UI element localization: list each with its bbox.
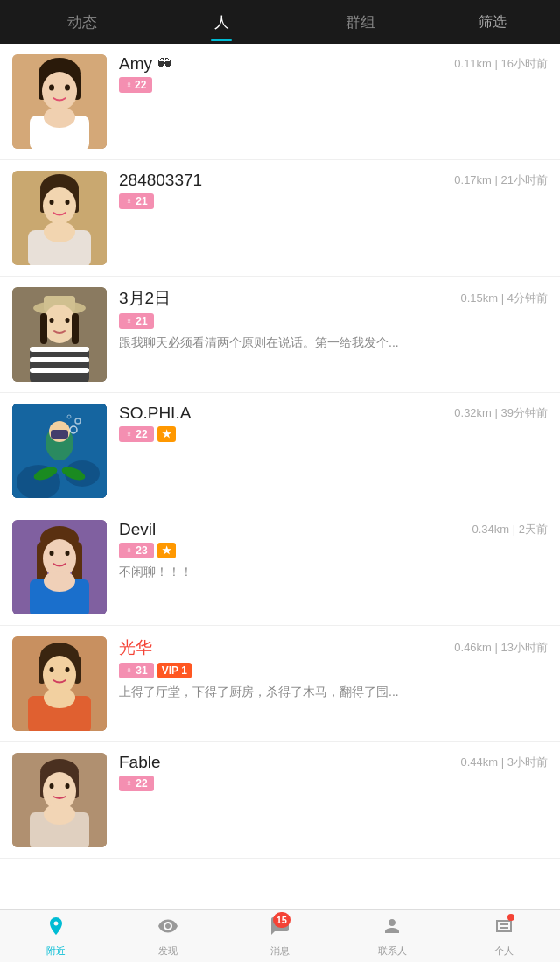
location-icon: [46, 916, 66, 942]
level-badge: ♀ 22: [119, 426, 154, 442]
nav-item-nearby[interactable]: 附近: [0, 910, 112, 963]
svg-point-20: [44, 221, 75, 242]
user-name-row: 光华: [119, 636, 152, 659]
user-meta: 0.11km | 16小时前: [454, 56, 548, 72]
svg-point-27: [50, 318, 54, 323]
user-name-row: 284803371: [119, 171, 202, 190]
user-info: Devil 0.34km | 2天前 ♀ 23 ★ 不闲聊！！！: [119, 520, 548, 581]
user-header: SO.PHI.A 0.32km | 39分钟前: [119, 404, 548, 423]
nav-item-discover[interactable]: 发现: [112, 910, 224, 963]
list-item[interactable]: Devil 0.34km | 2天前 ♀ 23 ★ 不闲聊！！！: [0, 509, 560, 626]
user-name: 284803371: [119, 171, 202, 190]
user-name: 光华: [119, 636, 152, 659]
badges: ♀ 31 VIP 1: [119, 663, 548, 678]
level-value: 22: [135, 79, 146, 91]
user-name-row: Devil: [119, 520, 156, 539]
svg-point-61: [50, 667, 54, 672]
user-meta: 0.46km | 13小时前: [454, 640, 548, 656]
avatar: [12, 636, 107, 731]
nav-label-contacts: 联系人: [378, 944, 407, 958]
svg-point-51: [50, 551, 54, 556]
sunglasses-icon: 🕶: [158, 56, 172, 72]
svg-point-52: [66, 551, 70, 556]
user-name: Devil: [119, 520, 156, 539]
svg-point-8: [65, 85, 70, 91]
svg-point-18: [66, 200, 70, 205]
user-info: Fable 0.44km | 3小时前 ♀ 22: [119, 753, 548, 797]
avatar: [12, 287, 107, 382]
list-item[interactable]: 光华 0.46km | 13小时前 ♀ 31 VIP 1 上得了厅堂，下得了厨房…: [0, 626, 560, 742]
badges: ♀ 21: [119, 193, 548, 209]
svg-rect-26: [72, 313, 79, 344]
svg-point-16: [43, 187, 76, 224]
user-header: 284803371 0.17km | 21小时前: [119, 171, 548, 190]
user-info: Amy 🕶 0.11km | 16小时前 ♀ 22: [119, 54, 548, 98]
list-item[interactable]: Fable 0.44km | 3小时前 ♀ 22: [0, 742, 560, 859]
message-badge-count: 15: [273, 912, 290, 928]
tab-dynamics[interactable]: 动态: [53, 5, 111, 39]
badges: ♀ 21: [119, 313, 548, 329]
svg-point-17: [50, 200, 54, 205]
avatar: [12, 54, 107, 149]
list-item[interactable]: SO.PHI.A 0.32km | 39分钟前 ♀ 22 ★: [0, 393, 560, 509]
user-header: Amy 🕶 0.11km | 16小时前: [119, 54, 548, 74]
nav-item-messages[interactable]: 15 消息: [224, 910, 336, 963]
user-meta: 0.44km | 3小时前: [461, 755, 548, 770]
level-badge: ♀ 21: [119, 313, 154, 329]
user-desc: 跟我聊天必须看清两个原则在说话。第一给我发个...: [119, 334, 548, 352]
badges: ♀ 22 ★: [119, 426, 548, 442]
user-header: Fable 0.44km | 3小时前: [119, 753, 548, 772]
svg-point-64: [44, 687, 75, 708]
svg-point-54: [44, 571, 75, 592]
gender-icon: ♀: [125, 79, 133, 91]
level-badge: ♀ 22: [119, 776, 154, 791]
user-name-row: 3月2日: [119, 287, 171, 310]
svg-rect-39: [51, 430, 68, 439]
level-badge: ♀ 22: [119, 77, 152, 93]
user-name: Amy: [119, 54, 152, 74]
user-name-row: Amy 🕶: [119, 54, 172, 74]
badges: ♀ 23 ★: [119, 543, 548, 558]
svg-point-72: [66, 783, 70, 789]
nav-label-profile: 个人: [494, 944, 514, 958]
badges: ♀ 22: [119, 77, 548, 93]
svg-point-28: [66, 318, 70, 323]
nav-item-contacts[interactable]: 联系人: [336, 910, 448, 963]
list-item[interactable]: 3月2日 0.15km | 4分钟前 ♀ 21 跟我聊天必须看清两个原则在说话。…: [0, 277, 560, 393]
nav-item-profile[interactable]: 个人: [448, 910, 560, 963]
profile-badge-dot: [508, 914, 514, 921]
bottom-navigation: 附近 发现 15 消息 联系人: [0, 909, 560, 962]
tab-people[interactable]: 人: [200, 5, 243, 39]
user-info: 3月2日 0.15km | 4分钟前 ♀ 21 跟我聊天必须看清两个原则在说话。…: [119, 287, 548, 352]
tab-groups[interactable]: 群组: [332, 5, 389, 39]
user-info: 284803371 0.17km | 21小时前 ♀ 21: [119, 171, 548, 214]
star-badge: ★: [158, 543, 176, 558]
svg-point-74: [44, 804, 75, 825]
svg-point-24: [43, 305, 76, 343]
avatar: [12, 404, 107, 498]
user-name: SO.PHI.A: [119, 404, 191, 423]
level-badge: ♀ 21: [119, 193, 154, 209]
user-info: 光华 0.46km | 13小时前 ♀ 31 VIP 1 上得了厅堂，下得了厨房…: [119, 636, 548, 701]
nav-label-messages: 消息: [270, 944, 290, 958]
svg-point-7: [49, 85, 54, 91]
vip-badge: VIP 1: [158, 663, 192, 678]
nav-label-nearby: 附近: [46, 944, 66, 958]
avatar: [12, 171, 107, 265]
user-meta: 0.34km | 2天前: [472, 522, 548, 537]
user-meta: 0.17km | 21小时前: [454, 172, 548, 188]
filter-button[interactable]: 筛选: [479, 13, 507, 32]
user-header: 3月2日 0.15km | 4分钟前: [119, 287, 548, 310]
list-item[interactable]: Amy 🕶 0.11km | 16小时前 ♀ 22: [0, 44, 560, 160]
svg-rect-32: [30, 368, 89, 373]
list-item[interactable]: 284803371 0.17km | 21小时前 ♀ 21: [0, 160, 560, 277]
top-navigation: 动态 人 群组 筛选: [0, 0, 560, 44]
svg-point-71: [50, 783, 54, 789]
user-header: 光华 0.46km | 13小时前: [119, 636, 548, 659]
user-name: Fable: [119, 753, 161, 772]
user-desc: 上得了厅堂，下得了厨房，杀得了木马，翻得了围...: [119, 684, 548, 701]
nav-label-discover: 发现: [158, 944, 178, 958]
svg-point-62: [66, 667, 70, 672]
level-badge: ♀ 23: [119, 543, 154, 558]
user-meta: 0.15km | 4分钟前: [461, 291, 548, 306]
